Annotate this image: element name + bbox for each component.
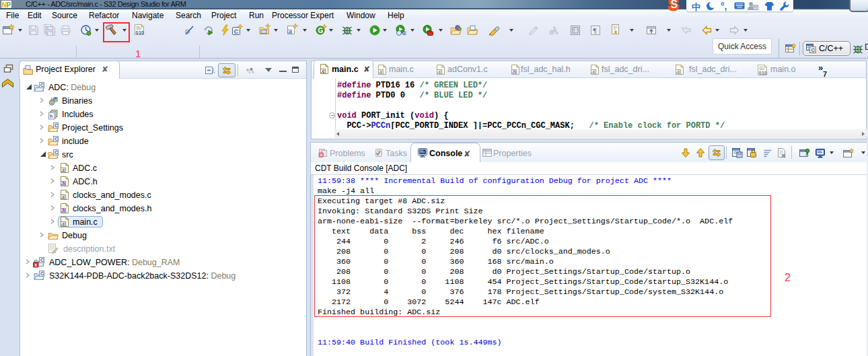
svg-text:P: P [7, 1, 11, 9]
svg-text:S: S [670, 0, 678, 10]
